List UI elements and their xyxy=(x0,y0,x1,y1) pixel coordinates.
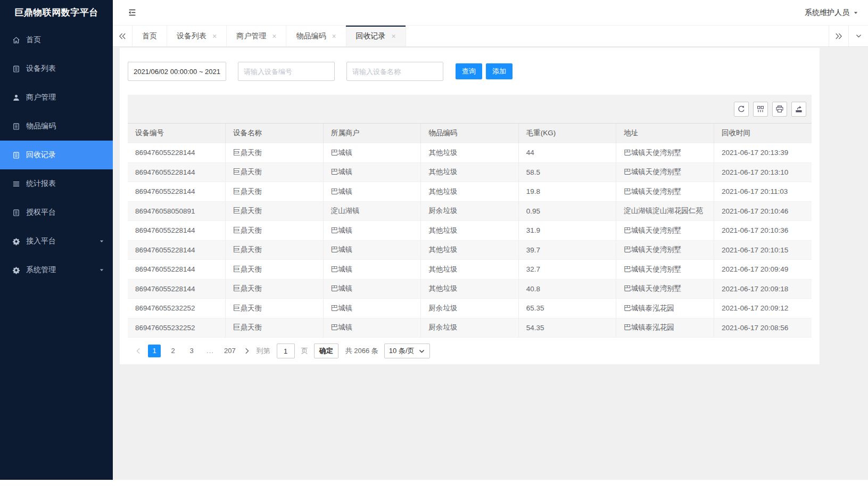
tab-label: 设备列表 xyxy=(177,31,206,41)
cell-merchant: 巴城镇 xyxy=(323,182,421,202)
cell-device_name: 巨鼎天衡 xyxy=(226,221,324,241)
sidebar-item-system-mgmt[interactable]: 系统管理 xyxy=(0,256,113,284)
cell-gross_weight: 40.8 xyxy=(518,279,616,299)
tab-home[interactable]: 首页 xyxy=(133,26,167,46)
tab-item-code[interactable]: 物品编码× xyxy=(286,26,346,46)
close-icon[interactable]: × xyxy=(392,32,396,40)
device-id-input[interactable] xyxy=(238,62,335,81)
tabs-menu-button[interactable] xyxy=(848,26,868,46)
sidebar-item-item-code[interactable]: 物品编码 xyxy=(0,112,113,141)
export-button[interactable] xyxy=(791,102,806,117)
document-icon xyxy=(12,151,20,159)
main-area: 系统维护人员 首页设备列表×商户管理×物品编码×回收记录× 查询 添加 xyxy=(113,0,868,480)
confirm-page-button[interactable]: 确定 xyxy=(314,343,338,358)
table-row: 869476055232252巨鼎天衡巴城镇厨余垃圾65.35巴城镇泰泓花园20… xyxy=(128,299,812,318)
cell-item_code: 其他垃圾 xyxy=(421,221,519,241)
close-icon[interactable]: × xyxy=(272,32,276,40)
tab-recycle-records[interactable]: 回收记录× xyxy=(346,26,406,46)
cell-item_code: 其他垃圾 xyxy=(421,162,519,182)
cell-device_id: 869476055232252 xyxy=(128,318,226,338)
export-icon xyxy=(795,105,803,113)
cell-device_id: 869476055228144 xyxy=(128,182,226,202)
tab-merchant-mgmt[interactable]: 商户管理× xyxy=(227,26,286,46)
column-header-item_code: 物品编码 xyxy=(421,124,519,143)
cell-item_code: 厨余垃圾 xyxy=(421,201,519,221)
sidebar-item-label: 商户管理 xyxy=(26,93,56,102)
cell-merchant: 巴城镇 xyxy=(323,240,421,260)
cell-device_name: 巨鼎天衡 xyxy=(226,201,324,221)
columns-button[interactable] xyxy=(753,102,768,117)
sidebar-item-label: 统计报表 xyxy=(26,179,56,189)
refresh-button[interactable] xyxy=(734,102,749,117)
column-header-merchant: 所属商户 xyxy=(323,124,421,143)
cell-merchant: 巴城镇 xyxy=(323,318,421,338)
close-icon[interactable]: × xyxy=(212,32,217,40)
cell-device_id: 869476055228144 xyxy=(128,279,226,299)
sidebar-item-device-list[interactable]: 设备列表 xyxy=(0,54,113,83)
column-header-recycle_time: 回收时间 xyxy=(714,124,812,143)
cell-recycle_time: 2021-06-17 20:11:03 xyxy=(714,182,812,202)
sidebar-item-label: 系统管理 xyxy=(26,265,56,275)
table-row: 869476058050891巨鼎天衡淀山湖镇厨余垃圾0.95淀山湖镇淀山湖花园… xyxy=(128,201,812,221)
cell-gross_weight: 0.95 xyxy=(518,201,616,221)
date-range-input[interactable] xyxy=(128,62,226,81)
sidebar-item-home[interactable]: 首页 xyxy=(0,26,113,54)
tabs-scroll-left-button[interactable] xyxy=(113,26,133,46)
page-button-2[interactable]: 2 xyxy=(167,345,179,357)
cell-device_name: 巨鼎天衡 xyxy=(226,260,324,280)
prev-page-button[interactable] xyxy=(135,347,142,355)
table-row: 869476055228144巨鼎天衡巴城镇其他垃圾19.8巴城镇天使湾别墅20… xyxy=(128,182,812,202)
cell-merchant: 淀山湖镇 xyxy=(323,201,421,221)
cell-device_id: 869476055232252 xyxy=(128,299,226,318)
close-icon[interactable]: × xyxy=(332,32,336,40)
cell-device_name: 巨鼎天衡 xyxy=(226,143,324,163)
sidebar-item-auth-platform[interactable]: 授权平台 xyxy=(0,198,113,227)
sidebar-menu: 首页设备列表商户管理物品编码回收记录统计报表授权平台接入平台系统管理 xyxy=(0,26,113,284)
sidebar-item-access-platform[interactable]: 接入平台 xyxy=(0,227,113,256)
refresh-icon xyxy=(737,105,746,113)
cell-address: 淀山湖镇淀山湖花园仁苑 xyxy=(616,201,714,221)
add-button[interactable]: 添加 xyxy=(486,63,512,79)
print-button[interactable] xyxy=(772,102,787,117)
cell-item_code: 其他垃圾 xyxy=(421,182,519,202)
cell-merchant: 巴城镇 xyxy=(323,221,421,241)
page-unit-label: 页 xyxy=(301,346,308,356)
cell-address: 巴城镇天使湾别墅 xyxy=(616,162,714,182)
sidebar-collapse-icon[interactable] xyxy=(128,8,137,17)
sidebar-item-label: 设备列表 xyxy=(26,64,56,73)
sidebar-item-recycle-records[interactable]: 回收记录 xyxy=(0,141,113,169)
user-name: 系统维护人员 xyxy=(805,8,849,18)
tabbar-spacer xyxy=(406,26,829,46)
cell-recycle_time: 2021-06-17 20:10:46 xyxy=(714,201,812,221)
user-menu[interactable]: 系统维护人员 xyxy=(805,8,858,18)
page-button-3[interactable]: 3 xyxy=(185,345,198,357)
cell-gross_weight: 31.9 xyxy=(518,221,616,241)
recycle-records-panel: 查询 添加 设备编号设备名称所属商户物品编码毛重(KG)地址回收时间 86947… xyxy=(120,48,820,364)
topbar: 系统维护人员 xyxy=(113,0,868,26)
caret-down-icon xyxy=(99,239,104,244)
cell-merchant: 巴城镇 xyxy=(323,299,421,318)
cell-device_id: 869476055228144 xyxy=(128,260,226,280)
tabs-list: 首页设备列表×商户管理×物品编码×回收记录× xyxy=(133,26,406,46)
cell-gross_weight: 54.35 xyxy=(518,318,616,338)
goto-page-input[interactable] xyxy=(277,343,295,358)
page-button-1[interactable]: 1 xyxy=(148,345,161,357)
cell-address: 巴城镇天使湾别墅 xyxy=(616,182,714,202)
cell-gross_weight: 32.7 xyxy=(518,260,616,280)
sidebar: 巨鼎物联网数字平台 首页设备列表商户管理物品编码回收记录统计报表授权平台接入平台… xyxy=(0,0,113,480)
next-page-button[interactable] xyxy=(243,347,251,355)
sidebar-item-merchant-mgmt[interactable]: 商户管理 xyxy=(0,83,113,112)
tab-device-list[interactable]: 设备列表× xyxy=(167,26,227,46)
query-button[interactable]: 查询 xyxy=(456,63,482,79)
sidebar-item-label: 物品编码 xyxy=(26,121,56,131)
page-button-207[interactable]: 207 xyxy=(222,345,237,357)
table-zone: 设备编号设备名称所属商户物品编码毛重(KG)地址回收时间 86947605522… xyxy=(128,95,812,364)
filter-bar: 查询 添加 xyxy=(120,48,820,95)
device-name-input[interactable] xyxy=(346,62,443,81)
cell-item_code: 厨余垃圾 xyxy=(421,299,519,318)
cell-recycle_time: 2021-06-17 20:13:10 xyxy=(714,162,812,182)
column-header-gross_weight: 毛重(KG) xyxy=(518,124,616,143)
tabs-scroll-right-button[interactable] xyxy=(829,26,848,46)
page-size-select[interactable]: 10 条/页 xyxy=(384,343,430,358)
sidebar-item-stats-report[interactable]: 统计报表 xyxy=(0,169,113,198)
